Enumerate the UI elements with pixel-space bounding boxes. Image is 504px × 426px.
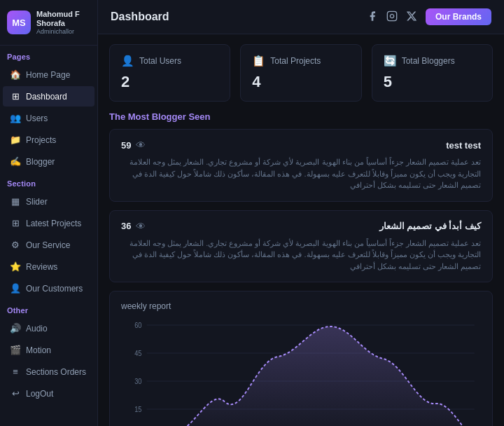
sidebar: MS Mahomud F Shorafa Adminichallor Pages…: [0, 0, 98, 426]
sidebar-item-label: Dashboard: [26, 92, 67, 102]
total-bloggers-label: Total Bloggers: [402, 56, 455, 66]
sidebar-item-label: Audio: [26, 324, 48, 334]
users-icon: 👥: [10, 113, 21, 123]
blogger-card-1: 59 👁 test test تعد عملية تصميم الشعار جز…: [109, 129, 493, 202]
total-projects-value: 4: [252, 73, 349, 91]
slider-icon: ▦: [10, 196, 21, 207]
total-users-value: 2: [121, 73, 218, 91]
total-bloggers-icon: 🔄: [384, 55, 397, 67]
sidebar-user-role: Adminichallor: [36, 28, 90, 35]
sidebar-item-label: Slider: [26, 197, 48, 207]
sidebar-item-projects[interactable]: 📁 Projects: [3, 130, 94, 150]
motion-icon: 🎬: [10, 345, 21, 355]
sidebar-user-info: Mahomud F Shorafa Adminichallor: [36, 10, 90, 35]
main-content: Dashboard Our Brands 👤 Total Users 2: [98, 0, 504, 426]
sidebar-item-label: Projects: [26, 135, 56, 145]
eye-icon-2: 👁: [136, 221, 146, 232]
sidebar-item-dashboard[interactable]: ⊞ Dashboard: [3, 86, 94, 106]
blogger-2-count: 36: [121, 221, 131, 231]
weekly-report-title: weekly report: [121, 301, 481, 311]
topbar-icons: Our Brands: [367, 8, 491, 25]
chart-area: 60 45 30 15 0 Sun Mon Tue Wed Thu Fri Sa…: [121, 318, 481, 426]
sections-orders-icon: ≡: [10, 366, 21, 377]
svg-rect-0: [387, 11, 396, 20]
blogger-card-1-top: 59 👁 test test: [121, 139, 481, 151]
stat-card-projects-header: 📋 Total Projects: [252, 55, 349, 67]
blogger-1-meta: 59 👁: [121, 139, 146, 151]
sidebar-item-blogger[interactable]: ✍️ Blogger: [3, 151, 94, 172]
sidebar-item-label: Home Page: [26, 70, 70, 80]
stat-card-projects: 📋 Total Projects 4: [240, 44, 361, 102]
instagram-icon[interactable]: [386, 11, 398, 24]
sidebar-item-label: LogOut: [26, 389, 53, 399]
total-projects-icon: 📋: [252, 55, 265, 67]
total-users-icon: 👤: [121, 55, 134, 67]
sidebar-logo: MS: [7, 11, 31, 34]
logout-icon: ↩: [10, 388, 21, 399]
section-section-label: Section: [0, 172, 97, 191]
stat-cards: 👤 Total Users 2 📋 Total Projects 4 🔄 Tot…: [109, 44, 493, 102]
total-projects-label: Total Projects: [270, 56, 321, 66]
blogger-2-desc: تعد عملية تصميم الشعار جزءاً أساسياً من …: [121, 238, 481, 273]
service-icon: ⚙: [10, 240, 21, 250]
dashboard-icon: ⊞: [10, 91, 21, 102]
pages-section-label: Pages: [0, 46, 97, 64]
svg-text:60: 60: [134, 322, 141, 329]
weekly-report-card: weekly report 60 45 30 15 0 Sun: [109, 291, 493, 426]
topbar: Dashboard Our Brands: [98, 0, 504, 34]
sidebar-item-our-service[interactable]: ⚙ Our Service: [3, 235, 94, 255]
total-users-label: Total Users: [139, 56, 181, 66]
sidebar-user-name: Mahomud F Shorafa: [36, 10, 90, 28]
x-twitter-icon[interactable]: [406, 11, 417, 24]
stat-card-bloggers: 🔄 Total Bloggers 5: [372, 44, 493, 102]
svg-text:15: 15: [134, 406, 141, 413]
sidebar-item-motion[interactable]: 🎬 Motion: [3, 340, 94, 360]
sidebar-item-label: Blogger: [26, 157, 55, 167]
audio-icon: 🔊: [10, 323, 21, 334]
sidebar-item-label: Our Service: [26, 240, 70, 250]
eye-icon-1: 👁: [136, 139, 146, 151]
our-brands-button[interactable]: Our Brands: [426, 8, 491, 25]
total-bloggers-value: 5: [384, 73, 481, 91]
sidebar-item-latest-projects[interactable]: ⊞ Latest Projects: [3, 213, 94, 233]
stat-card-bloggers-header: 🔄 Total Bloggers: [384, 55, 481, 67]
sidebar-item-home-page[interactable]: 🏠 Home Page: [3, 64, 94, 85]
sidebar-item-users[interactable]: 👥 Users: [3, 108, 94, 128]
sidebar-item-label: Latest Projects: [26, 219, 81, 228]
reviews-icon: ⭐: [10, 261, 21, 272]
sidebar-item-label: Motion: [26, 345, 51, 355]
chart-svg: 60 45 30 15 0 Sun Mon Tue Wed Thu Fri Sa…: [121, 318, 481, 426]
sidebar-item-slider[interactable]: ▦ Slider: [3, 191, 94, 212]
sidebar-item-label: Our Customers: [26, 284, 83, 294]
blogger-1-desc: تعد عملية تصميم الشعار جزءاً أساسياً من …: [121, 156, 481, 191]
stat-card-users-header: 👤 Total Users: [121, 55, 218, 67]
content-area: 👤 Total Users 2 📋 Total Projects 4 🔄 Tot…: [98, 34, 504, 426]
svg-text:45: 45: [134, 350, 141, 357]
facebook-icon[interactable]: [367, 11, 378, 24]
sidebar-item-sections-orders[interactable]: ≡ Sections Orders: [3, 362, 94, 382]
blogger-2-meta: 36 👁: [121, 221, 146, 232]
home-icon: 🏠: [10, 69, 21, 80]
blogger-1-count: 59: [121, 140, 131, 151]
other-section-label: Other: [0, 299, 97, 317]
sidebar-item-audio[interactable]: 🔊 Audio: [3, 318, 94, 338]
sidebar-header: MS Mahomud F Shorafa Adminichallor: [0, 0, 97, 46]
sidebar-item-label: Sections Orders: [26, 367, 86, 377]
svg-text:30: 30: [134, 378, 141, 385]
sidebar-item-label: Reviews: [26, 262, 57, 272]
sidebar-item-reviews[interactable]: ⭐ Reviews: [3, 256, 94, 277]
projects-icon: 📁: [10, 135, 21, 145]
blogger-card-2: 36 👁 كيف أبدأ في تصميم الشعار تعد عملية …: [109, 210, 493, 283]
sidebar-item-logout[interactable]: ↩ LogOut: [3, 383, 94, 404]
blogger-icon: ✍️: [10, 156, 21, 167]
stat-card-users: 👤 Total Users 2: [109, 44, 230, 102]
blogger-card-2-top: 36 👁 كيف أبدأ في تصميم الشعار: [121, 221, 481, 232]
most-blogger-heading: The Most Blogger Seen: [109, 111, 493, 122]
sidebar-item-label: Users: [26, 114, 48, 123]
sidebar-item-our-customers[interactable]: 👤 Our Customers: [3, 278, 94, 298]
customers-icon: 👤: [10, 283, 21, 294]
blogger-2-title: كيف أبدأ في تصميم الشعار: [379, 221, 481, 231]
latest-projects-icon: ⊞: [10, 218, 21, 228]
blogger-1-title: test test: [446, 140, 481, 151]
page-title: Dashboard: [111, 11, 367, 23]
